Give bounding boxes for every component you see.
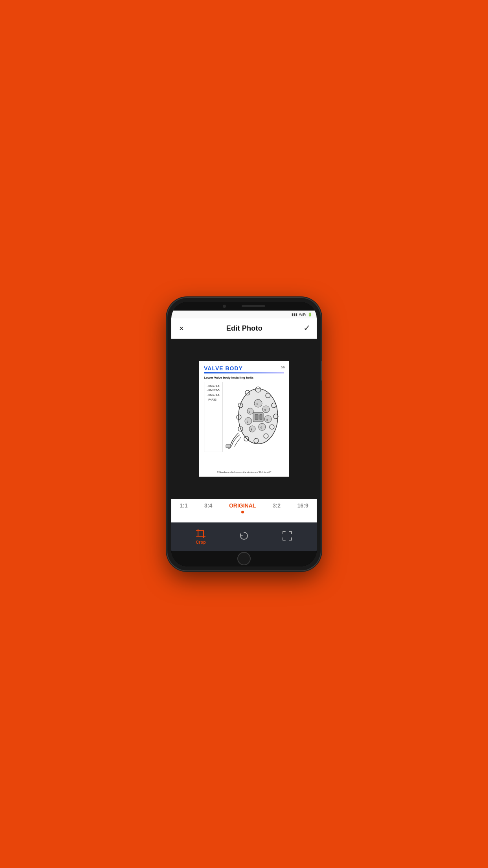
ratio-16-9[interactable]: 16:9	[294, 503, 312, 513]
valve-body-svg: 8 6 8 6 8 6 8	[225, 382, 280, 451]
ratio-3-4-indicator	[207, 510, 210, 513]
crop-icon	[196, 528, 206, 539]
svg-text:6: 6	[264, 408, 266, 411]
status-icons: ▮▮▮ WiFi 🔋	[292, 313, 312, 316]
crop-tool[interactable]: Crop	[196, 528, 206, 544]
frame-icon	[282, 531, 292, 542]
svg-text:8: 8	[266, 418, 268, 421]
rotate-tool[interactable]	[239, 531, 249, 542]
part-item: - KM175-5	[207, 388, 220, 393]
document-content: - KM176-5 - KM175-5 - KM175-6 - F4A33	[204, 382, 284, 452]
speaker-grille	[242, 305, 265, 307]
svg-point-19	[245, 417, 252, 425]
svg-point-15	[262, 406, 270, 413]
battery-icon: 🔋	[308, 313, 312, 316]
header-title: Edit Photo	[226, 324, 262, 333]
ratio-3-2-indicator	[275, 510, 278, 513]
svg-rect-22	[255, 414, 258, 420]
rotate-icon-svg	[239, 531, 249, 541]
edit-photo-header: × Edit Photo ✓	[171, 318, 317, 339]
svg-text:6: 6	[261, 426, 262, 428]
crop-icon-svg	[196, 528, 206, 539]
ratio-original[interactable]: ORIGINAL	[226, 503, 259, 513]
camera-dot	[223, 305, 226, 308]
ratio-3-2-label: 3:2	[273, 503, 281, 508]
home-button[interactable]	[237, 552, 251, 565]
ratio-16-9-indicator	[301, 510, 304, 513]
phone-device: ▮▮▮ WiFi 🔋 × Edit Photo ✓ VALVE BODY 56 …	[167, 298, 321, 570]
signal-icon: ▮▮▮	[292, 313, 297, 316]
power-button	[321, 361, 322, 381]
svg-text:6: 6	[247, 420, 248, 423]
wifi-icon: WiFi	[299, 313, 306, 316]
title-underline	[204, 372, 284, 373]
document-subtitle: Lower Valve body Installing bolts	[204, 376, 284, 379]
phone-screen: ▮▮▮ WiFi 🔋 × Edit Photo ✓ VALVE BODY 56 …	[171, 302, 317, 566]
image-area: VALVE BODY 56 Lower Valve body Installin…	[171, 339, 317, 499]
ratio-original-label: ORIGINAL	[229, 503, 256, 508]
document-footer: ※ Numbers which points the circles are "…	[203, 471, 285, 473]
ratio-3-4-label: 3:4	[204, 503, 212, 508]
svg-rect-23	[260, 414, 262, 420]
svg-point-16	[264, 416, 272, 423]
svg-rect-24	[226, 445, 231, 448]
rotate-icon	[239, 531, 249, 542]
bottom-toolbar: Crop	[171, 522, 317, 551]
confirm-button[interactable]: ✓	[303, 323, 310, 333]
ratio-original-indicator	[241, 511, 244, 513]
svg-text:8: 8	[249, 410, 250, 413]
part-item: - KM175-6	[207, 393, 220, 397]
ratio-1-1-label: 1:1	[180, 503, 187, 508]
home-button-area	[171, 551, 317, 566]
svg-point-17	[259, 423, 266, 430]
page-number: 56	[281, 365, 285, 369]
part-item: - KM176-5	[207, 384, 220, 388]
ratio-1-1-indicator	[182, 510, 185, 513]
svg-text:8: 8	[257, 402, 258, 405]
ratio-3-4[interactable]: 3:4	[201, 503, 215, 513]
svg-text:8: 8	[251, 428, 252, 430]
frame-tool[interactable]	[282, 531, 292, 542]
phone-top-bar	[171, 302, 317, 311]
svg-point-18	[249, 426, 255, 432]
document-preview: VALVE BODY 56 Lower Valve body Installin…	[199, 361, 289, 477]
close-button[interactable]: ×	[178, 322, 185, 335]
status-bar: ▮▮▮ WiFi 🔋	[171, 311, 317, 318]
frame-icon-svg	[282, 531, 292, 541]
document-title: VALVE BODY	[204, 365, 284, 371]
ratio-3-2[interactable]: 3:2	[270, 503, 284, 513]
svg-point-20	[247, 408, 253, 414]
ratio-1-1[interactable]: 1:1	[176, 503, 191, 513]
parts-list: - KM176-5 - KM175-5 - KM175-6 - F4A33	[204, 382, 222, 452]
ratio-16-9-label: 16:9	[297, 503, 308, 508]
svg-point-14	[254, 399, 262, 407]
ratio-bar: 1:1 3:4 ORIGINAL 3:2 16:9	[171, 499, 317, 522]
crop-tool-label: Crop	[196, 540, 206, 544]
part-item: - F4A33	[207, 397, 220, 402]
valve-diagram: 8 6 8 6 8 6 8	[225, 382, 284, 452]
